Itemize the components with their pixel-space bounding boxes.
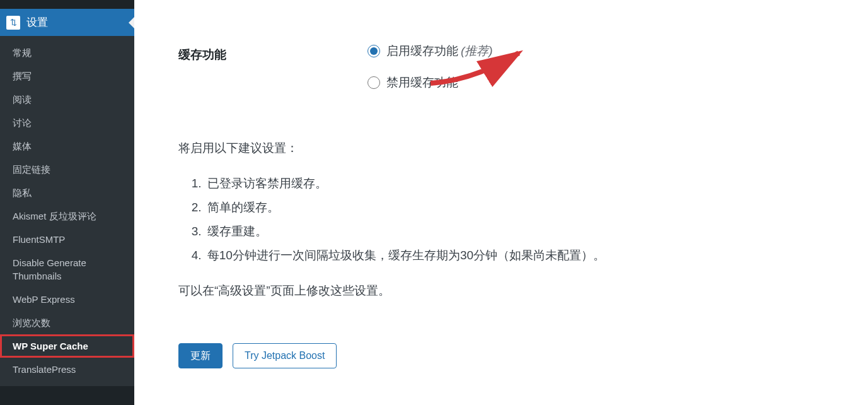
sidebar-item-fluentsmtp[interactable]: FluentSMTP	[0, 228, 134, 251]
sidebar-item-translatepress[interactable]: TranslatePress	[0, 358, 134, 381]
suggestion-item: 缓存重建。	[205, 220, 847, 244]
sidebar-item-wp-super-cache[interactable]: WP Super Cache	[0, 334, 134, 358]
sidebar-item-media[interactable]: 媒体	[0, 134, 134, 158]
sidebar-item-views[interactable]: 浏览次数	[0, 311, 134, 334]
sidebar-item-general[interactable]: 常规	[0, 41, 134, 64]
cache-enable-label: 启用缓存功能	[386, 43, 458, 59]
sidebar-item-privacy[interactable]: 隐私	[0, 181, 134, 204]
sidebar-item-akismet[interactable]: Akismet 反垃圾评论	[0, 204, 134, 228]
cache-disable-radio[interactable]	[367, 76, 380, 89]
sidebar-item-discussion[interactable]: 讨论	[0, 111, 134, 134]
sidebar-item-disable-thumbnails[interactable]: Disable Generate Thumbnails	[0, 251, 134, 288]
cache-function-row: 缓存功能 启用缓存功能 (推荐) 禁用缓存功能	[178, 43, 847, 106]
suggestion-item: 已登录访客禁用缓存。	[205, 172, 847, 196]
cache-disable-option[interactable]: 禁用缓存功能	[367, 74, 847, 91]
settings-submenu: 常规 撰写 阅读 讨论 媒体 固定链接 隐私 Akismet 反垃圾评论 Flu…	[0, 36, 134, 386]
suggestions-intro: 将启用以下建议设置：	[178, 140, 847, 156]
suggestion-item: 简单的缓存。	[205, 196, 847, 220]
sidebar-spacer	[0, 0, 134, 9]
sidebar-settings-header-label: 设置	[26, 15, 48, 30]
sidebar-item-webp-express[interactable]: WebP Express	[0, 288, 134, 311]
cache-function-label: 缓存功能	[178, 43, 367, 63]
sidebar-settings-header[interactable]: ⇅ 设置	[0, 9, 134, 36]
button-row: 更新 Try Jetpack Boost	[178, 343, 847, 368]
suggestions-modify-note: 可以在“高级设置”页面上修改这些设置。	[178, 283, 847, 299]
settings-sidebar: ⇅ 设置 常规 撰写 阅读 讨论 媒体 固定链接 隐私 Akismet 反垃圾评…	[0, 0, 134, 405]
cache-enable-radio[interactable]	[367, 45, 380, 57]
cache-disable-label: 禁用缓存功能	[386, 74, 458, 91]
sidebar-item-reading[interactable]: 阅读	[0, 88, 134, 111]
update-button[interactable]: 更新	[178, 343, 223, 368]
suggestions-list: 已登录访客禁用缓存。 简单的缓存。 缓存重建。 每10分钟进行一次间隔垃圾收集，…	[205, 172, 847, 267]
sidebar-item-permalinks[interactable]: 固定链接	[0, 158, 134, 181]
sidebar-item-writing[interactable]: 撰写	[0, 64, 134, 88]
try-jetpack-boost-button[interactable]: Try Jetpack Boost	[233, 343, 337, 368]
settings-slider-icon: ⇅	[6, 16, 20, 30]
main-content: 缓存功能 启用缓存功能 (推荐) 禁用缓存功能 将启用以下建议设置： 已登录访客…	[134, 0, 868, 405]
suggestion-item: 每10分钟进行一次间隔垃圾收集，缓存生存期为30分钟（如果尚未配置）。	[205, 244, 847, 267]
cache-enable-recommend: (推荐)	[461, 43, 493, 59]
cache-enable-option[interactable]: 启用缓存功能 (推荐)	[367, 43, 847, 59]
